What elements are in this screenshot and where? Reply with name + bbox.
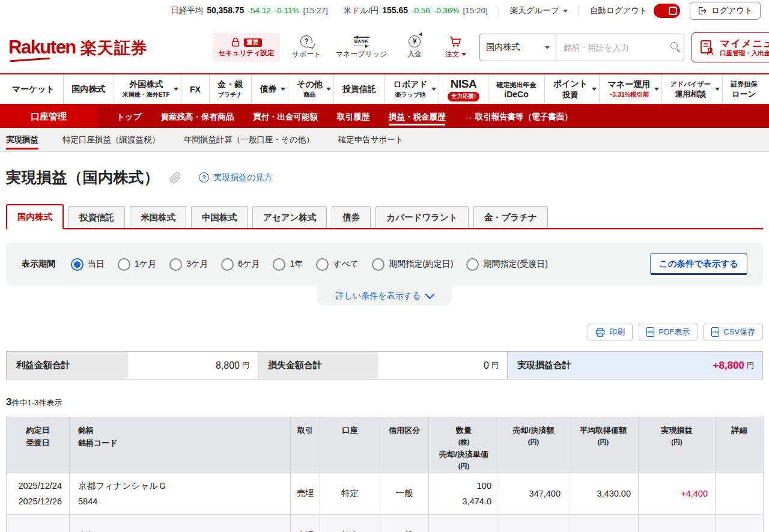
pl-help-link[interactable]: ? 実現損益の見方	[199, 172, 272, 183]
account-nav-balance[interactable]: 資産残高・保有商品	[160, 106, 234, 128]
cell-account: 特定	[320, 515, 380, 532]
subnav-tax-support[interactable]: 確定申告サポート	[338, 128, 404, 151]
pl-summary-bar: 利益金額合計 8,800 円 損失金額合計 0 円 実現損益合計 +8,800 …	[6, 351, 763, 379]
nav-fx[interactable]: FX	[181, 74, 208, 104]
money-bridge-link[interactable]: BANK マネーブリッジ	[336, 35, 388, 59]
apply-filter-button[interactable]: この条件で表示する	[650, 253, 747, 275]
table-row: 2025/12/242025/12/26 京都フィナンシャルＧ5844 売埋 特…	[7, 473, 764, 515]
toggle-knob-icon	[669, 7, 677, 15]
result-count: 3件中1-3件表示	[6, 396, 763, 408]
radio-icon	[169, 258, 182, 271]
period-filter: 表示期間 当日 1ケ月 3ケ月 6ケ月 1年 すべて 期間指定(約定日)	[6, 243, 763, 286]
tab-mutual-funds[interactable]: 投資信託	[68, 206, 125, 228]
tab-covered-warrants[interactable]: カバードワラント	[375, 206, 468, 228]
order-link[interactable]: 注文	[442, 35, 469, 59]
account-nav-pl-tax-history[interactable]: 損益・税金履歴	[389, 106, 446, 128]
cell-realized-pl: +2,400	[639, 515, 716, 532]
account-management-title[interactable]: 口座管理	[0, 106, 97, 128]
radio-icon	[466, 258, 479, 271]
nav-mutual-funds[interactable]: 投資信託	[333, 74, 384, 104]
period-option-6months[interactable]: 6ケ月	[221, 258, 260, 271]
security-settings-link[interactable]: 重要 セキュリティ設定	[213, 33, 280, 62]
nav-advisor[interactable]: アドバイザー 運用相談	[661, 74, 722, 104]
tab-domestic-stock[interactable]: 国内株式	[6, 204, 64, 229]
my-menu-button[interactable]: マイメニュー 口座管理・入出金など	[691, 32, 769, 62]
rakuten-group-link[interactable]: 楽天グループ	[510, 5, 568, 16]
tab-bonds[interactable]: 債券	[332, 206, 371, 228]
cell-dates: 2025/12/24	[7, 515, 70, 532]
period-option-1month[interactable]: 1ケ月	[118, 258, 156, 271]
cell-amount: 347,400	[499, 473, 568, 515]
brand-japanese: 楽天証券	[81, 37, 148, 59]
sub-navigation: 実現損益 特定口座損益（譲渡益税） 年間損益計算（一般口座・その他） 確定申告サ…	[0, 128, 769, 152]
nav-money-management[interactable]: マネー運用 ~3.31%税引前	[599, 74, 661, 104]
logout-button[interactable]: ログアウト	[690, 2, 761, 20]
nav-other-products[interactable]: その他 商品	[288, 74, 333, 104]
cell-realized-pl: +4,400	[639, 473, 716, 515]
nav-ideco[interactable]: 確定拠出年金 iDeCo	[488, 74, 544, 104]
cell-amount: 347,400	[499, 515, 568, 532]
nikkei-value: 50,358.75	[207, 5, 244, 15]
print-button[interactable]: 印刷	[588, 324, 633, 340]
nav-domestic-stock[interactable]: 国内株式	[63, 74, 114, 104]
period-option-custom-trade-date[interactable]: 期間指定(約定日)	[372, 258, 453, 271]
nav-market[interactable]: マーケット	[4, 74, 63, 104]
my-menu-icon	[700, 40, 714, 55]
realized-pl-total-label: 実現損益合計	[507, 352, 634, 379]
table-header-row: 約定日受渡日 銘柄銘柄コード 取引 口座 信用区分 数量(株) 売却/決済単価(…	[7, 417, 764, 473]
subnav-specific-account-pl[interactable]: 特定口座損益（譲渡益税）	[62, 128, 160, 151]
nav-point-invest[interactable]: ポイント 投資	[544, 74, 599, 104]
cell-detail	[716, 473, 764, 515]
nav-securities-loan[interactable]: 証券担保 ローン	[722, 74, 765, 104]
radio-icon	[316, 258, 329, 271]
col-name: 銘柄銘柄コード	[70, 417, 291, 473]
account-nav-trade-history[interactable]: 取引履歴	[337, 106, 369, 128]
nav-nisa[interactable]: NISA 全力応援!	[439, 74, 488, 104]
csv-save-button[interactable]: CSV CSV保存	[704, 324, 763, 340]
support-link[interactable]: ? サポート	[292, 35, 321, 59]
rakuten-logo[interactable]: Rakuten 楽天証券	[8, 37, 148, 59]
divider	[499, 6, 499, 16]
account-nav-buying-power[interactable]: 買付・出金可能額	[253, 106, 318, 128]
nav-foreign-stock[interactable]: 外国株式 米国株・海外ETF	[114, 74, 181, 104]
period-option-all[interactable]: すべて	[316, 258, 359, 271]
subnav-annual-pl[interactable]: 年間損益計算（一般口座・その他）	[184, 128, 314, 151]
page-title: 実現損益（国内株式）	[6, 168, 159, 187]
nav-bonds[interactable]: 債券	[251, 74, 288, 104]
tab-asean-stock[interactable]: アセアン株式	[252, 206, 327, 228]
usdjpy-time: [15:20]	[463, 6, 488, 15]
nikkei-quote: 日経平均 50,358.75 -54.12 -0.11% [15:27]	[171, 5, 328, 16]
cell-avg-cost: 3,450.00	[568, 515, 639, 532]
logout-icon	[698, 6, 707, 16]
account-nav-top[interactable]: トップ	[117, 106, 141, 128]
subnav-realized-pl[interactable]: 実現損益	[6, 128, 38, 151]
col-detail: 詳細	[716, 417, 764, 473]
period-option-3months[interactable]: 3ケ月	[169, 258, 208, 271]
tab-china-stock[interactable]: 中国株式	[191, 206, 248, 228]
period-option-today[interactable]: 当日	[71, 258, 105, 271]
col-realized-pl: 実現損益(円)	[639, 417, 716, 473]
usdjpy-label: 米ドル/円	[344, 5, 378, 16]
auto-logout-toggle[interactable]	[654, 4, 680, 18]
tab-us-stock[interactable]: 米国株式	[130, 206, 186, 228]
deposit-link[interactable]: ¥ 入金	[401, 35, 428, 59]
search-category-select[interactable]: 国内株式	[480, 34, 556, 61]
search-input[interactable]	[556, 34, 684, 61]
chevron-down-icon	[425, 290, 435, 300]
show-detailed-conditions-link[interactable]: 詳しい条件を表示する	[317, 286, 452, 306]
search-icon[interactable]	[670, 42, 678, 49]
account-nav-reports[interactable]: → 取引報告書等（電子書面）	[464, 106, 572, 128]
radio-icon	[372, 258, 384, 271]
period-option-custom-settle-date[interactable]: 期間指定(受渡日)	[466, 258, 547, 271]
tab-gold-platinum[interactable]: 金・プラチナ	[473, 206, 548, 228]
bank-transfer-icon: BANK	[354, 35, 369, 47]
cell-quantity: 1003,474.0	[429, 473, 499, 515]
period-option-1year[interactable]: 1年	[273, 258, 303, 271]
nav-gold-platinum[interactable]: 金・銀 プラチナ	[209, 74, 251, 104]
pdf-view-button[interactable]: PDF PDF表示	[639, 324, 698, 340]
nav-robo-advisor[interactable]: ロボアド 楽ラップ他	[384, 74, 439, 104]
important-badge: 重要	[244, 38, 262, 47]
printer-icon	[595, 328, 605, 337]
col-account: 口座	[320, 417, 380, 473]
cell-account: 特定	[320, 473, 380, 515]
